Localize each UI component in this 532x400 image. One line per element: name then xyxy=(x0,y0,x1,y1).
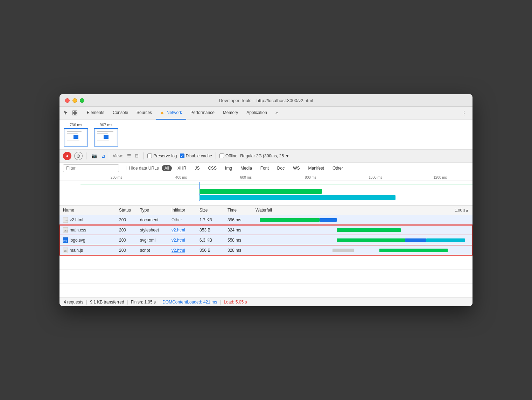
wf-blue xyxy=(405,238,426,242)
titlebar: Developer Tools – http://localhost:3000/… xyxy=(59,94,472,107)
throttle-selector[interactable]: Regular 2G (300ms, 25 ▼ xyxy=(240,153,289,158)
record-button[interactable]: ● xyxy=(63,152,71,160)
minimize-button[interactable] xyxy=(72,98,77,103)
cell-type: svg+xml xyxy=(136,235,168,245)
devtools-menu-button[interactable]: ⋮ xyxy=(458,110,470,116)
svg-text:CSS: CSS xyxy=(64,230,68,232)
cursor-icon[interactable] xyxy=(62,109,69,116)
inspect-icon[interactable] xyxy=(71,109,78,116)
screenshot-thumb-1[interactable] xyxy=(64,128,88,147)
col-time[interactable]: Time xyxy=(224,206,252,215)
filter-other-button[interactable]: Other xyxy=(330,165,346,171)
filter-font-button[interactable]: Font xyxy=(258,165,272,171)
ruler-mark-1000: 1000 ms xyxy=(343,176,408,179)
cell-type: document xyxy=(136,215,168,225)
tab-more[interactable]: » xyxy=(271,106,282,120)
wf-blue xyxy=(320,218,337,222)
cell-initiator: Other xyxy=(168,215,196,225)
timeline-chart xyxy=(59,182,472,201)
cell-waterfall xyxy=(252,245,472,255)
svg-text:SVG: SVG xyxy=(63,240,67,242)
tab-memory[interactable]: Memory xyxy=(219,106,242,120)
filter-js-button[interactable]: JS xyxy=(192,165,202,171)
cell-time: 324 ms xyxy=(224,225,252,235)
table-row[interactable]: CSS main.css 200 stylesheet v2.html 853 … xyxy=(59,225,472,235)
filter-all-button[interactable]: All xyxy=(162,165,172,171)
col-status[interactable]: Status xyxy=(115,206,136,215)
file-svg-icon: SVG xyxy=(63,237,68,243)
screenshot-thumb-2[interactable] xyxy=(94,128,118,147)
divider-3 xyxy=(144,152,144,159)
screenshot-2[interactable]: 967 ms xyxy=(94,123,118,147)
cell-type: stylesheet xyxy=(136,225,168,235)
hide-data-urls-label: Hide data URLs xyxy=(129,166,159,171)
svg-rect-3 xyxy=(75,113,77,115)
requests-count: 4 requests xyxy=(64,300,83,305)
timeline-area: 200 ms 400 ms 600 ms 800 ms 1000 ms 1200… xyxy=(59,174,472,206)
view-label: View: xyxy=(113,153,123,158)
filter-media-button[interactable]: Media xyxy=(238,165,255,171)
cell-size: 6.3 KB xyxy=(196,235,224,245)
divider-1 xyxy=(86,152,86,159)
network-table-body: HTML v2.html 200 document Other 1.7 KB 3… xyxy=(59,215,472,297)
devtools-tools xyxy=(62,109,80,116)
wf-gray xyxy=(332,249,354,252)
col-waterfall[interactable]: Waterfall 1.00 s▲ xyxy=(252,206,472,215)
filter-doc-button[interactable]: Doc xyxy=(274,165,287,171)
ruler-mark-600: 600 ms xyxy=(214,176,278,179)
table-row[interactable]: HTML v2.html 200 document Other 1.7 KB 3… xyxy=(59,215,472,225)
cell-status: 200 xyxy=(115,215,136,225)
file-css-icon: CSS xyxy=(63,227,68,233)
table-row[interactable]: SVG logo.svg 200 svg+xml v2.html 6.3 KB … xyxy=(59,235,472,245)
divider-2 xyxy=(109,152,109,159)
cell-time: 396 ms xyxy=(224,215,252,225)
col-type[interactable]: Type xyxy=(136,206,168,215)
preserve-log-label[interactable]: Preserve log xyxy=(147,153,177,158)
cell-name: HTML v2.html xyxy=(59,215,115,225)
filter-xhr-button[interactable]: XHR xyxy=(175,165,189,171)
file-js-icon: JS xyxy=(63,248,68,253)
list-view-icon[interactable]: ☰ xyxy=(126,152,133,159)
cell-name: SVG logo.svg xyxy=(59,235,115,245)
close-button[interactable] xyxy=(65,98,70,103)
col-initiator[interactable]: Initiator xyxy=(168,206,196,215)
view-icons: ☰ ⊟ xyxy=(126,152,140,159)
devtools-window: Developer Tools – http://localhost:3000/… xyxy=(59,94,472,306)
preserve-log-checkbox[interactable] xyxy=(147,153,152,158)
hide-data-urls-checkbox[interactable] xyxy=(122,166,126,170)
window-title: Developer Tools – http://localhost:3000/… xyxy=(219,98,313,103)
filter-css-button[interactable]: CSS xyxy=(205,165,219,171)
table-row[interactable]: JS main.js 200 script v2.html 356 B 328 … xyxy=(59,245,472,255)
filter-img-button[interactable]: Img xyxy=(222,165,235,171)
ruler-mark-1200: 1200 ms xyxy=(408,176,472,179)
cell-status: 200 xyxy=(115,235,136,245)
col-size[interactable]: Size xyxy=(196,206,224,215)
filter-manifest-button[interactable]: Manifest xyxy=(306,165,327,171)
camera-button[interactable]: 📷 xyxy=(90,152,98,160)
filter-ws-button[interactable]: WS xyxy=(290,165,302,171)
offline-label[interactable]: Offline xyxy=(219,153,237,158)
offline-checkbox[interactable] xyxy=(219,153,224,158)
wf-green xyxy=(337,238,405,242)
col-name[interactable]: Name xyxy=(59,206,115,215)
tab-console[interactable]: Console xyxy=(108,106,132,120)
tab-performance[interactable]: Performance xyxy=(186,106,219,120)
tab-network[interactable]: Network xyxy=(156,106,186,120)
filter-input[interactable] xyxy=(63,164,119,172)
group-view-icon[interactable]: ⊟ xyxy=(133,152,140,159)
finish-time: Finish: 1.05 s xyxy=(131,300,156,305)
tl-teal-bar xyxy=(200,195,396,200)
cell-initiator: v2.html xyxy=(168,235,196,245)
maximize-button[interactable] xyxy=(80,98,84,103)
disable-cache-checkbox[interactable]: ✓ xyxy=(180,153,184,158)
tab-application[interactable]: Application xyxy=(242,106,271,120)
screenshot-1[interactable]: 736 ms xyxy=(64,123,88,147)
filter-icon[interactable]: ⊿ xyxy=(101,153,105,159)
clear-button[interactable]: ⊘ xyxy=(74,152,83,160)
network-table: Name Status Type Initiator Size Time Wat… xyxy=(59,206,472,298)
disable-cache-label[interactable]: ✓ Disable cache xyxy=(180,153,212,158)
cell-waterfall xyxy=(252,225,472,235)
wf-green xyxy=(379,249,448,252)
tab-elements[interactable]: Elements xyxy=(83,106,108,120)
tab-sources[interactable]: Sources xyxy=(132,106,156,120)
